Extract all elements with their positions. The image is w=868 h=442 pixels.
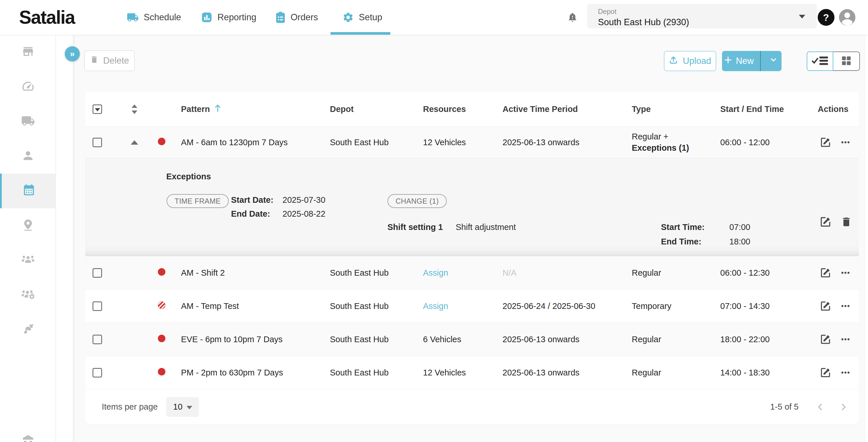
grid-view-button[interactable]: [833, 52, 860, 71]
ellipsis-icon: [840, 137, 851, 148]
sidebar-item-drivers[interactable]: [0, 139, 56, 174]
assign-link[interactable]: Assign: [423, 301, 502, 311]
tab-setup-label: Setup: [359, 12, 382, 23]
column-header-resources[interactable]: Resources: [423, 105, 502, 114]
active-period-cell: 2025-06-13 onwards: [502, 138, 632, 147]
delete-exception-button[interactable]: [840, 216, 852, 230]
next-page-button[interactable]: [838, 402, 848, 412]
status-dot: [158, 138, 165, 145]
row-menu-button[interactable]: [840, 137, 851, 148]
delete-button[interactable]: Delete: [84, 50, 135, 71]
upload-button-label: Upload: [683, 56, 711, 66]
edit-row-button[interactable]: [819, 366, 832, 379]
depot-cell: South East Hub: [330, 268, 423, 278]
page-scrollbar[interactable]: [865, 35, 868, 442]
sidebar-item-partial[interactable]: [0, 433, 56, 442]
satalia-logo: Satalia: [19, 7, 74, 28]
end-time-label: End Time:: [661, 237, 702, 246]
expand-collapse-all-control[interactable]: [131, 105, 137, 114]
person-circle-icon: [838, 8, 856, 28]
actions-cell: [818, 267, 859, 279]
time-cell: 06:00 - 12:00: [720, 138, 818, 147]
people-group-icon: [21, 253, 35, 268]
row-menu-button[interactable]: [840, 367, 851, 378]
tab-orders-label: Orders: [290, 12, 318, 23]
row-menu-button[interactable]: [840, 268, 851, 278]
actions-cell: [818, 333, 859, 345]
type-cell: Regular: [632, 368, 720, 378]
row-checkbox[interactable]: [93, 268, 102, 278]
people-gear-icon: [21, 287, 35, 303]
truck-icon: [21, 114, 35, 129]
view-toggle: [807, 52, 860, 71]
split-divider: [760, 51, 761, 71]
list-view-button[interactable]: [807, 52, 833, 71]
table-row[interactable]: AM - Temp Test South East Hub Assign 202…: [85, 289, 859, 323]
sidebar-item-store[interactable]: [0, 35, 56, 69]
column-header-start-end-time[interactable]: Start / End Time: [720, 105, 818, 114]
person-icon: [21, 149, 35, 164]
table-row[interactable]: AM - Shift 2 South East Hub Assign N/A R…: [85, 256, 859, 289]
depot-cell: South East Hub: [330, 138, 423, 147]
status-dot: [158, 301, 165, 309]
new-button[interactable]: New: [722, 51, 755, 71]
triangle-up-icon: [131, 105, 137, 108]
column-header-pattern[interactable]: Pattern: [172, 104, 330, 115]
upload-button[interactable]: Upload: [664, 51, 716, 71]
column-header-depot[interactable]: Depot: [330, 105, 423, 114]
column-header-active-time-period[interactable]: Active Time Period: [502, 105, 632, 114]
row-menu-button[interactable]: [840, 301, 851, 311]
collapse-row-arrow-icon[interactable]: [131, 140, 138, 145]
sidebar-item-dashboard[interactable]: [0, 69, 56, 104]
row-checkbox[interactable]: [93, 368, 102, 378]
tab-setup[interactable]: Setup: [342, 0, 382, 35]
row-checkbox[interactable]: [93, 335, 102, 344]
depot-selector-label: Depot: [598, 7, 616, 16]
sidebar-item-integrations[interactable]: [0, 313, 56, 347]
sidebar-item-shift-patterns[interactable]: [0, 174, 56, 208]
sidebar-item-locations[interactable]: [0, 208, 56, 243]
ellipsis-icon: [840, 301, 851, 311]
calendar-icon: [22, 184, 36, 198]
table-row[interactable]: AM - 6am to 1230pm 7 Days South East Hub…: [85, 126, 859, 158]
tab-reporting[interactable]: Reporting: [201, 0, 256, 35]
question-mark-icon: ?: [823, 12, 829, 23]
edit-row-button[interactable]: [819, 136, 832, 148]
sidebar-item-user-management[interactable]: [0, 278, 56, 313]
resources-cell: 12 Vehicles: [423, 138, 502, 147]
page-size-value: 10: [173, 402, 182, 412]
chevron-down-icon: [186, 406, 192, 409]
tab-orders[interactable]: Orders: [275, 0, 318, 35]
delete-button-label: Delete: [103, 56, 129, 66]
exceptions-title: Exceptions: [166, 172, 211, 181]
table-row[interactable]: EVE - 6pm to 10pm 7 Days South East Hub …: [85, 323, 859, 356]
new-dropdown-button[interactable]: [765, 51, 781, 71]
status-dot: [158, 368, 165, 376]
exception-dates: Start Date: 2025-07-30 End Date: 2025-08…: [231, 195, 325, 219]
depot-selector[interactable]: Depot South East Hub (2930): [587, 4, 817, 28]
pattern-cell: AM - Temp Test: [172, 301, 330, 311]
row-checkbox[interactable]: [93, 138, 102, 147]
row-checkbox[interactable]: [93, 301, 102, 311]
table-body: AM - 6am to 1230pm 7 Days South East Hub…: [85, 126, 859, 389]
notifications-button[interactable]: [567, 10, 578, 26]
previous-page-button[interactable]: [815, 402, 825, 412]
sidebar-expand-button[interactable]: »: [65, 46, 80, 61]
sidebar-item-teams[interactable]: [0, 243, 56, 278]
page-size-select[interactable]: 10: [166, 397, 199, 417]
help-button[interactable]: ?: [818, 9, 834, 26]
row-menu-button[interactable]: [840, 334, 851, 345]
edit-row-button[interactable]: [819, 333, 832, 345]
select-all-checkbox[interactable]: [93, 105, 102, 114]
edit-icon: [819, 300, 832, 312]
column-header-type[interactable]: Type: [632, 105, 720, 114]
check-list-icon: [811, 55, 829, 68]
table-row[interactable]: PM - 2pm to 630pm 7 Days South East Hub …: [85, 356, 859, 389]
edit-row-button[interactable]: [819, 267, 832, 279]
edit-exception-button[interactable]: [819, 215, 832, 230]
assign-link[interactable]: Assign: [423, 268, 502, 278]
sidebar-item-vehicles[interactable]: [0, 104, 56, 139]
tab-schedule[interactable]: Schedule: [127, 0, 181, 35]
account-button[interactable]: [838, 8, 856, 28]
edit-row-button[interactable]: [819, 300, 832, 312]
